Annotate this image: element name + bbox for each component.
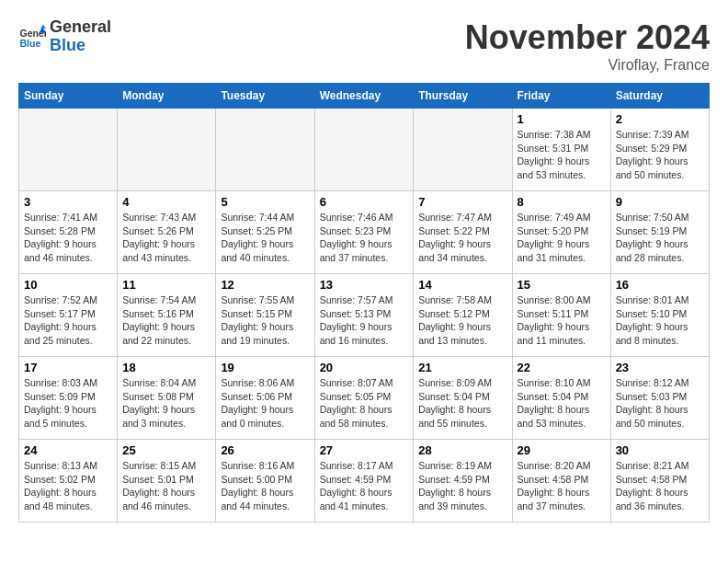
- location: Viroflay, France: [465, 57, 710, 74]
- day-info: Sunrise: 8:13 AM Sunset: 5:02 PM Dayligh…: [24, 459, 112, 513]
- day-info: Sunrise: 7:57 AM Sunset: 5:13 PM Dayligh…: [320, 293, 409, 348]
- day-info: Sunrise: 7:52 AM Sunset: 5:17 PM Dayligh…: [24, 293, 112, 348]
- day-info: Sunrise: 7:49 AM Sunset: 5:20 PM Dayligh…: [518, 211, 606, 265]
- calendar-cell: 26Sunrise: 8:16 AM Sunset: 5:00 PM Dayli…: [216, 440, 314, 523]
- calendar-cell: 5Sunrise: 7:44 AM Sunset: 5:25 PM Daylig…: [216, 191, 314, 274]
- calendar-cell: 16Sunrise: 8:01 AM Sunset: 5:10 PM Dayli…: [610, 274, 709, 357]
- weekday-header-sunday: Sunday: [19, 84, 118, 109]
- day-number: 22: [518, 361, 606, 374]
- day-info: Sunrise: 8:15 AM Sunset: 5:01 PM Dayligh…: [122, 459, 210, 513]
- calendar-cell: 29Sunrise: 8:20 AM Sunset: 4:58 PM Dayli…: [512, 440, 610, 523]
- day-number: 27: [320, 443, 409, 457]
- day-number: 3: [24, 195, 112, 209]
- calendar-cell: 4Sunrise: 7:43 AM Sunset: 5:26 PM Daylig…: [118, 191, 216, 274]
- week-row-3: 10Sunrise: 7:52 AM Sunset: 5:17 PM Dayli…: [19, 274, 710, 357]
- day-number: 25: [122, 443, 210, 457]
- calendar-cell: 21Sunrise: 8:09 AM Sunset: 5:04 PM Dayli…: [414, 357, 512, 440]
- calendar-cell: 27Sunrise: 8:17 AM Sunset: 4:59 PM Dayli…: [314, 440, 414, 523]
- day-number: 26: [221, 443, 309, 457]
- day-number: 8: [518, 195, 606, 209]
- week-row-4: 17Sunrise: 8:03 AM Sunset: 5:09 PM Dayli…: [19, 357, 710, 440]
- day-number: 15: [518, 278, 606, 292]
- day-info: Sunrise: 7:41 AM Sunset: 5:28 PM Dayligh…: [24, 211, 112, 265]
- day-info: Sunrise: 7:43 AM Sunset: 5:26 PM Dayligh…: [122, 211, 210, 265]
- day-info: Sunrise: 7:58 AM Sunset: 5:12 PM Dayligh…: [418, 293, 506, 348]
- calendar-cell: 24Sunrise: 8:13 AM Sunset: 5:02 PM Dayli…: [19, 440, 118, 523]
- day-number: 16: [616, 278, 704, 292]
- logo-text-general: General: [50, 18, 111, 37]
- calendar-cell: 1Sunrise: 7:38 AM Sunset: 5:31 PM Daylig…: [512, 109, 610, 191]
- day-info: Sunrise: 7:55 AM Sunset: 5:15 PM Dayligh…: [221, 293, 309, 348]
- day-info: Sunrise: 8:17 AM Sunset: 4:59 PM Dayligh…: [320, 459, 409, 513]
- day-number: 18: [122, 361, 210, 374]
- calendar-cell: [118, 109, 216, 191]
- logo-icon: General Blue: [18, 23, 46, 51]
- day-info: Sunrise: 8:10 AM Sunset: 5:04 PM Dayligh…: [518, 376, 606, 431]
- calendar-cell: 2Sunrise: 7:39 AM Sunset: 5:29 PM Daylig…: [610, 109, 709, 191]
- day-info: Sunrise: 8:00 AM Sunset: 5:11 PM Dayligh…: [518, 293, 606, 348]
- day-info: Sunrise: 7:44 AM Sunset: 5:25 PM Dayligh…: [221, 211, 309, 265]
- calendar-cell: 6Sunrise: 7:46 AM Sunset: 5:23 PM Daylig…: [314, 191, 414, 274]
- day-info: Sunrise: 7:47 AM Sunset: 5:22 PM Dayligh…: [418, 211, 506, 265]
- day-info: Sunrise: 8:16 AM Sunset: 5:00 PM Dayligh…: [221, 459, 309, 513]
- day-number: 4: [122, 195, 210, 209]
- day-info: Sunrise: 8:07 AM Sunset: 5:05 PM Dayligh…: [320, 376, 409, 431]
- weekday-header-wednesday: Wednesday: [314, 84, 414, 109]
- calendar-table: SundayMondayTuesdayWednesdayThursdayFrid…: [18, 83, 710, 523]
- calendar-cell: 12Sunrise: 7:55 AM Sunset: 5:15 PM Dayli…: [216, 274, 314, 357]
- title-section: November 2024 Viroflay, France: [465, 18, 710, 74]
- calendar-cell: 30Sunrise: 8:21 AM Sunset: 4:58 PM Dayli…: [610, 440, 709, 523]
- calendar-cell: [216, 109, 314, 191]
- day-number: 19: [221, 361, 309, 374]
- day-number: 29: [518, 443, 606, 457]
- day-number: 21: [418, 361, 506, 374]
- day-number: 23: [616, 361, 704, 374]
- day-info: Sunrise: 8:01 AM Sunset: 5:10 PM Dayligh…: [616, 293, 704, 348]
- calendar-cell: [314, 109, 414, 191]
- day-number: 30: [616, 443, 704, 457]
- day-info: Sunrise: 8:12 AM Sunset: 5:03 PM Dayligh…: [616, 376, 704, 431]
- weekday-header-monday: Monday: [118, 84, 216, 109]
- day-info: Sunrise: 7:54 AM Sunset: 5:16 PM Dayligh…: [122, 293, 210, 348]
- logo: General Blue General Blue: [18, 18, 111, 55]
- day-number: 13: [320, 278, 409, 292]
- calendar-cell: 20Sunrise: 8:07 AM Sunset: 5:05 PM Dayli…: [314, 357, 414, 440]
- day-info: Sunrise: 8:04 AM Sunset: 5:08 PM Dayligh…: [122, 376, 210, 431]
- calendar-cell: 23Sunrise: 8:12 AM Sunset: 5:03 PM Dayli…: [610, 357, 709, 440]
- day-number: 7: [418, 195, 506, 209]
- calendar-cell: 10Sunrise: 7:52 AM Sunset: 5:17 PM Dayli…: [19, 274, 118, 357]
- page-header: General Blue General Blue November 2024 …: [18, 18, 710, 74]
- day-number: 6: [320, 195, 409, 209]
- week-row-2: 3Sunrise: 7:41 AM Sunset: 5:28 PM Daylig…: [19, 191, 710, 274]
- day-number: 5: [221, 195, 309, 209]
- calendar-cell: 17Sunrise: 8:03 AM Sunset: 5:09 PM Dayli…: [19, 357, 118, 440]
- calendar-cell: 3Sunrise: 7:41 AM Sunset: 5:28 PM Daylig…: [19, 191, 118, 274]
- day-number: 9: [616, 195, 704, 209]
- week-row-1: 1Sunrise: 7:38 AM Sunset: 5:31 PM Daylig…: [19, 109, 710, 191]
- calendar-cell: 25Sunrise: 8:15 AM Sunset: 5:01 PM Dayli…: [118, 440, 216, 523]
- svg-marker-2: [40, 24, 46, 29]
- day-number: 24: [24, 443, 112, 457]
- calendar-cell: 9Sunrise: 7:50 AM Sunset: 5:19 PM Daylig…: [610, 191, 709, 274]
- day-number: 14: [418, 278, 506, 292]
- day-info: Sunrise: 8:06 AM Sunset: 5:06 PM Dayligh…: [221, 376, 309, 431]
- calendar-cell: [414, 109, 512, 191]
- calendar-cell: 19Sunrise: 8:06 AM Sunset: 5:06 PM Dayli…: [216, 357, 314, 440]
- day-number: 12: [221, 278, 309, 292]
- svg-text:Blue: Blue: [20, 37, 41, 48]
- weekday-header-saturday: Saturday: [610, 84, 709, 109]
- weekday-header-tuesday: Tuesday: [216, 84, 314, 109]
- month-title: November 2024: [465, 18, 710, 57]
- day-info: Sunrise: 8:21 AM Sunset: 4:58 PM Dayligh…: [616, 459, 704, 513]
- calendar-cell: 15Sunrise: 8:00 AM Sunset: 5:11 PM Dayli…: [512, 274, 610, 357]
- day-info: Sunrise: 8:19 AM Sunset: 4:59 PM Dayligh…: [418, 459, 506, 513]
- day-number: 2: [616, 112, 704, 126]
- calendar-cell: [19, 109, 118, 191]
- day-info: Sunrise: 8:03 AM Sunset: 5:09 PM Dayligh…: [24, 376, 112, 431]
- calendar-cell: 18Sunrise: 8:04 AM Sunset: 5:08 PM Dayli…: [118, 357, 216, 440]
- day-number: 17: [24, 361, 112, 374]
- day-number: 1: [518, 112, 606, 126]
- day-info: Sunrise: 7:39 AM Sunset: 5:29 PM Dayligh…: [616, 128, 704, 182]
- day-info: Sunrise: 7:46 AM Sunset: 5:23 PM Dayligh…: [320, 211, 409, 265]
- weekday-header-thursday: Thursday: [414, 84, 512, 109]
